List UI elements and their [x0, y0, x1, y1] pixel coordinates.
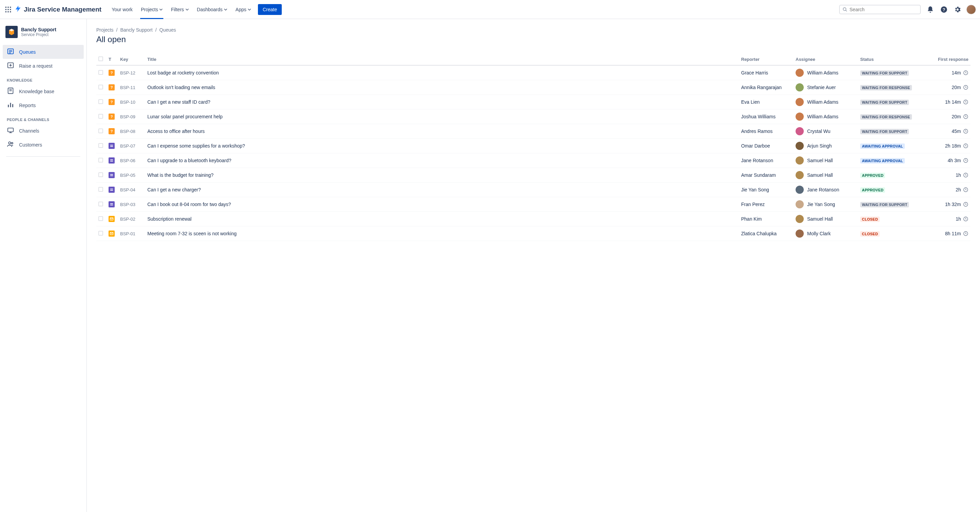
issue-key[interactable]: BSP-09 [118, 109, 145, 124]
col-title[interactable]: Title [145, 54, 739, 65]
select-all-checkbox[interactable] [98, 56, 103, 61]
clock-icon [963, 85, 969, 90]
assignee-cell[interactable]: Jane Rotanson [795, 185, 856, 194]
row-checkbox[interactable] [98, 187, 103, 192]
assignee-cell[interactable]: Jie Yan Song [795, 200, 856, 208]
row-checkbox[interactable] [98, 158, 103, 163]
table-row[interactable]: BSP-04Can I get a new charger?Jie Yan So… [96, 182, 970, 197]
profile-avatar[interactable] [966, 5, 976, 14]
row-checkbox[interactable] [98, 172, 103, 177]
issue-key[interactable]: BSP-03 [118, 197, 145, 212]
nav-item-filters[interactable]: Filters [167, 0, 192, 19]
issue-key[interactable]: BSP-12 [118, 65, 145, 80]
issue-title[interactable]: Outlook isn't loading new emails [145, 80, 739, 95]
nav-item-apps[interactable]: Apps [232, 0, 255, 19]
table-row[interactable]: BSP-02Subscription renewalPhan KimSamuel… [96, 212, 970, 227]
row-checkbox[interactable] [98, 231, 103, 236]
app-switcher-icon[interactable] [4, 5, 12, 14]
issue-title[interactable]: Lost badge at rocketry convention [145, 65, 739, 80]
assignee-cell[interactable]: Samuel Hall [795, 215, 856, 223]
col-first-response[interactable]: First response [926, 54, 970, 65]
search-box[interactable] [839, 5, 921, 14]
row-checkbox[interactable] [98, 143, 103, 148]
svg-text:?: ? [111, 100, 113, 104]
table-row[interactable]: BSP-05What is the budget for training?Am… [96, 168, 970, 182]
product-logo[interactable]: Jira Service Management [14, 5, 102, 14]
col-key[interactable]: Key [118, 54, 145, 65]
issue-title[interactable]: Can I upgrade to a bluetooth keyboard? [145, 153, 739, 168]
issue-title[interactable]: What is the budget for training? [145, 168, 739, 182]
issue-key[interactable]: BSP-11 [118, 80, 145, 95]
issue-key[interactable]: BSP-02 [118, 212, 145, 227]
nav-item-dashboards[interactable]: Dashboards [194, 0, 231, 19]
sidebar-item-knowledge-base[interactable]: Knowledge base [3, 84, 84, 98]
assignee-cell[interactable]: Arjun Singh [795, 142, 856, 150]
issue-title[interactable]: Lunar solar panel procurement help [145, 109, 739, 124]
svg-rect-41 [110, 145, 113, 146]
search-input[interactable] [850, 7, 917, 12]
issue-key[interactable]: BSP-01 [118, 227, 145, 241]
col-reporter[interactable]: Reporter [739, 54, 794, 65]
assignee-cell[interactable]: William Adams [795, 98, 856, 106]
create-button[interactable]: Create [258, 4, 282, 15]
table-row[interactable]: ?BSP-10Can I get a new staff ID card?Eva… [96, 95, 970, 109]
breadcrumb-link[interactable]: Queues [159, 27, 176, 33]
issue-title[interactable]: Can I book out 8-04 room for two days? [145, 197, 739, 212]
row-checkbox[interactable] [98, 70, 103, 75]
help-icon[interactable]: ? [939, 5, 949, 14]
issue-title[interactable]: Can I get a new charger? [145, 182, 739, 197]
table-row[interactable]: ?BSP-12Lost badge at rocketry convention… [96, 65, 970, 80]
issue-key[interactable]: BSP-06 [118, 153, 145, 168]
issue-key[interactable]: BSP-04 [118, 182, 145, 197]
notifications-icon[interactable] [926, 5, 935, 14]
row-checkbox[interactable] [98, 114, 103, 119]
issue-key[interactable]: BSP-07 [118, 139, 145, 153]
assignee-cell[interactable]: William Adams [795, 113, 856, 121]
assignee-cell[interactable]: Samuel Hall [795, 156, 856, 165]
project-header[interactable]: Bancly Support Service Project [3, 26, 84, 45]
col-type[interactable]: T [107, 54, 118, 65]
assignee-cell[interactable]: Stefanie Auer [795, 83, 856, 92]
assignee-name: William Adams [807, 70, 838, 76]
chevron-down-icon [248, 8, 251, 11]
row-checkbox[interactable] [98, 128, 103, 133]
table-row[interactable]: BSP-07Can I expense some supplies for a … [96, 139, 970, 153]
row-checkbox[interactable] [98, 85, 103, 89]
breadcrumb-link[interactable]: Projects [96, 27, 114, 33]
issue-title[interactable]: Subscription renewal [145, 212, 739, 227]
table-row[interactable]: ?BSP-09Lunar solar panel procurement hel… [96, 109, 970, 124]
sidebar-item-label: Raise a request [19, 63, 52, 69]
row-checkbox[interactable] [98, 201, 103, 206]
sidebar-item-queues[interactable]: Queues [3, 45, 84, 59]
col-status[interactable]: Status [858, 54, 926, 65]
issue-title[interactable]: Meeting room 7-32 is sceen is not workin… [145, 227, 739, 241]
row-checkbox[interactable] [98, 99, 103, 104]
sidebar-item-raise-a-request[interactable]: Raise a request [3, 59, 84, 73]
breadcrumb-link[interactable]: Bancly Support [120, 27, 153, 33]
first-response: 14m [928, 70, 969, 76]
sidebar-item-customers[interactable]: Customers [3, 138, 84, 152]
issue-key[interactable]: BSP-08 [118, 124, 145, 139]
issue-key[interactable]: BSP-05 [118, 168, 145, 182]
issue-title[interactable]: Can I get a new staff ID card? [145, 95, 739, 109]
row-checkbox[interactable] [98, 216, 103, 221]
table-row[interactable]: BSP-06Can I upgrade to a bluetooth keybo… [96, 153, 970, 168]
nav-item-projects[interactable]: Projects [137, 0, 166, 19]
table-row[interactable]: ?BSP-08Access to office after hoursAndre… [96, 124, 970, 139]
sidebar-item-channels[interactable]: Channels [3, 124, 84, 138]
assignee-cell[interactable]: Molly Clark [795, 230, 856, 238]
table-row[interactable]: BSP-03Can I book out 8-04 room for two d… [96, 197, 970, 212]
table-row[interactable]: ?BSP-11Outlook isn't loading new emailsA… [96, 80, 970, 95]
issue-title[interactable]: Access to office after hours [145, 124, 739, 139]
issue-key[interactable]: BSP-10 [118, 95, 145, 109]
settings-icon[interactable] [953, 5, 962, 14]
issue-title[interactable]: Can I expense some supplies for a worksh… [145, 139, 739, 153]
assignee-cell[interactable]: Samuel Hall [795, 171, 856, 179]
sidebar-item-reports[interactable]: Reports [3, 98, 84, 112]
nav-item-your-work[interactable]: Your work [108, 0, 136, 19]
table-row[interactable]: BSP-01Meeting room 7-32 is sceen is not … [96, 227, 970, 241]
assignee-cell[interactable]: William Adams [795, 69, 856, 77]
assignee-cell[interactable]: Crystal Wu [795, 127, 856, 135]
assignee-name: Stefanie Auer [807, 85, 836, 90]
col-assignee[interactable]: Assignee [794, 54, 858, 65]
